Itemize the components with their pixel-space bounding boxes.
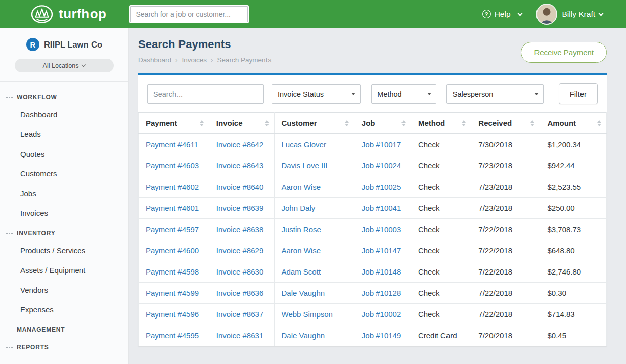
invoice-link[interactable]: Invoice #8629 — [216, 246, 263, 255]
column-header-amount[interactable]: Amount — [540, 113, 607, 134]
select-arrow-icon — [530, 88, 539, 100]
table-row: Payment #4611Invoice #8642Lucas GloverJo… — [139, 134, 607, 155]
job-link[interactable]: Job #10025 — [362, 183, 401, 191]
sort-icon[interactable] — [401, 120, 406, 126]
received-cell-cell: 7/30/2018 — [471, 134, 540, 155]
breadcrumb-invoices[interactable]: Invoices — [182, 56, 207, 64]
customer-link[interactable]: Dale Vaughn — [282, 289, 325, 297]
method-cell-cell: Check — [411, 155, 471, 176]
job-link[interactable]: Job #10148 — [362, 267, 401, 276]
column-header-method[interactable]: Method — [411, 113, 471, 134]
user-menu[interactable]: Billy Kraft — [562, 10, 595, 19]
sidebar-item-invoices[interactable]: Invoices — [0, 203, 128, 223]
sort-icon[interactable] — [265, 120, 269, 126]
help-menu[interactable]: ? Help — [482, 10, 522, 19]
amount-cell-cell: $250.00 — [540, 198, 607, 219]
sidebar-section-label: REPORTS — [17, 344, 49, 351]
column-header-invoice[interactable]: Invoice — [209, 113, 274, 134]
amount-cell-cell: $648.80 — [540, 240, 607, 261]
sidebar-item-customers[interactable]: Customers — [0, 164, 128, 184]
column-header-received[interactable]: Received — [471, 113, 540, 134]
sort-icon[interactable] — [200, 120, 204, 126]
method-select[interactable]: Method — [371, 84, 436, 104]
locations-dropdown[interactable]: All Locations — [15, 59, 114, 72]
select-arrow-icon — [423, 88, 431, 100]
job-link[interactable]: Job #10149 — [362, 331, 401, 340]
sidebar-item-quotes[interactable]: Quotes — [0, 144, 128, 164]
customer-link[interactable]: Justin Rose — [282, 225, 321, 234]
job-link[interactable]: Job #10002 — [362, 310, 401, 318]
invoice-link-cell: Invoice #8642 — [209, 134, 274, 155]
invoice-link[interactable]: Invoice #8638 — [216, 225, 263, 234]
receive-payment-button[interactable]: Receive Payment — [521, 42, 607, 63]
invoice-link[interactable]: Invoice #8640 — [216, 183, 263, 191]
column-header-payment[interactable]: Payment — [139, 113, 209, 134]
job-link[interactable]: Job #10017 — [362, 140, 401, 149]
payment-link[interactable]: Payment #4597 — [146, 225, 199, 234]
sidebar-item-jobs[interactable]: Jobs — [0, 184, 128, 203]
brand-logo[interactable]: turfhop — [30, 5, 106, 24]
method-cell-cell: Check — [411, 219, 471, 240]
customer-link[interactable]: Davis Love III — [282, 161, 328, 170]
received-cell-cell: 7/22/2018 — [471, 304, 540, 325]
customer-link[interactable]: Lucas Glover — [282, 140, 326, 149]
table-row: Payment #4596Invoice #8637Webb SimpsonJo… — [139, 304, 607, 325]
invoice-link[interactable]: Invoice #8642 — [216, 140, 263, 149]
table-search-input[interactable] — [147, 84, 264, 104]
payment-link[interactable]: Payment #4598 — [146, 267, 199, 276]
job-link[interactable]: Job #10003 — [362, 225, 401, 234]
sort-icon[interactable] — [462, 120, 466, 126]
customer-link-cell: Dale Vaughn — [274, 283, 354, 304]
sort-icon[interactable] — [530, 120, 534, 126]
sidebar-item-vendors[interactable]: Vendors — [0, 280, 128, 300]
global-search-input[interactable] — [129, 5, 249, 23]
payment-link[interactable]: Payment #4600 — [146, 246, 199, 255]
payment-link[interactable]: Payment #4602 — [146, 183, 199, 191]
job-link[interactable]: Job #10024 — [362, 161, 401, 170]
sidebar-item-dashboard[interactable]: Dashboard — [0, 105, 128, 124]
received-cell-cell: 7/22/2018 — [471, 261, 540, 283]
invoice-link[interactable]: Invoice #8631 — [216, 331, 263, 340]
customer-link[interactable]: John Daly — [282, 204, 316, 212]
sidebar-item-products-services[interactable]: Products / Services — [0, 241, 128, 260]
sidebar-item-leads[interactable]: Leads — [0, 124, 128, 144]
payment-link[interactable]: Payment #4601 — [146, 204, 199, 212]
amount-cell-cell: $2,523.55 — [540, 176, 607, 198]
amount-cell-cell: $0.45 — [540, 325, 607, 346]
sidebar-item-expenses[interactable]: Expenses — [0, 300, 128, 320]
job-link[interactable]: Job #10128 — [362, 289, 401, 297]
sort-icon[interactable] — [345, 120, 349, 126]
salesperson-select[interactable]: Salesperson — [446, 84, 544, 104]
avatar[interactable] — [537, 5, 556, 24]
customer-link[interactable]: Adam Scott — [282, 267, 321, 276]
customer-link[interactable]: Dale Vaughn — [282, 331, 325, 340]
filter-button[interactable]: Filter — [559, 83, 598, 104]
job-link[interactable]: Job #10147 — [362, 246, 401, 255]
table-row: Payment #4601Invoice #8639John DalyJob #… — [139, 198, 607, 219]
customer-link[interactable]: Aaron Wise — [282, 246, 321, 255]
invoice-link[interactable]: Invoice #8639 — [216, 204, 263, 212]
sidebar-item-assets-equipment[interactable]: Assets / Equipment — [0, 260, 128, 280]
column-header-job[interactable]: Job — [354, 113, 411, 134]
invoice-link[interactable]: Invoice #8643 — [216, 161, 263, 170]
column-header-customer[interactable]: Customer — [274, 113, 354, 134]
column-label: Job — [362, 119, 375, 127]
breadcrumb-dashboard[interactable]: Dashboard — [138, 56, 171, 64]
payment-link[interactable]: Payment #4603 — [146, 161, 199, 170]
customer-link[interactable]: Webb Simpson — [282, 310, 333, 318]
chevron-down-icon — [599, 11, 604, 16]
payment-link[interactable]: Payment #4611 — [146, 140, 198, 149]
invoice-link[interactable]: Invoice #8630 — [216, 267, 263, 276]
payment-link[interactable]: Payment #4595 — [146, 331, 199, 340]
payment-link[interactable]: Payment #4596 — [146, 310, 199, 318]
received-cell-cell: 7/23/2018 — [471, 155, 540, 176]
payment-link[interactable]: Payment #4599 — [146, 289, 199, 297]
payment-link-cell: Payment #4599 — [139, 283, 209, 304]
sort-icon[interactable] — [597, 120, 601, 126]
company-row[interactable]: R RIIPL Lawn Co — [8, 38, 120, 51]
invoice-link[interactable]: Invoice #8636 — [216, 289, 263, 297]
job-link[interactable]: Job #10041 — [362, 204, 401, 212]
invoice-link[interactable]: Invoice #8637 — [216, 310, 263, 318]
customer-link[interactable]: Aaron Wise — [282, 183, 321, 191]
invoice-status-select[interactable]: Invoice Status — [272, 84, 361, 104]
